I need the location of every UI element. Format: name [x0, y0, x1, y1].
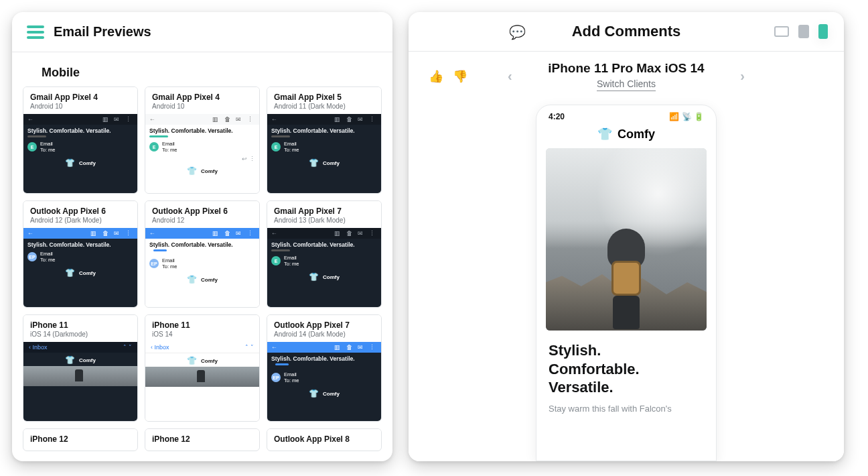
tablet-icon[interactable]	[798, 25, 809, 38]
tshirt-icon: 👕	[597, 127, 612, 141]
email-brand: 👕 Comfy	[536, 124, 716, 148]
preview-card[interactable]: Outlook App Pixel 6 Android 12 ←▥ 🗑 ✉ ⋮ …	[145, 200, 260, 308]
phone-icon[interactable]	[818, 24, 828, 39]
hero-image	[546, 148, 707, 331]
preview-card[interactable]: iPhone 12	[23, 428, 138, 451]
phone-preview: 4:20 📶 📡 🔋 👕 Comfy Stylish. Comfortable.…	[536, 105, 717, 461]
preview-grid: Gmail App Pixel 4 Android 10 ←▥ ✉ ⋮ Styl…	[23, 86, 382, 451]
thumbs-up-icon[interactable]: 👍	[429, 69, 443, 84]
preview-card[interactable]: iPhone 11 iOS 14 (Darkmode) ‹ Inbox˄ ˅ 👕…	[23, 314, 138, 422]
desktop-icon[interactable]	[774, 26, 789, 37]
previews-panel: Email Previews Mobile Gmail App Pixel 4 …	[12, 12, 392, 461]
preview-card[interactable]: Gmail App Pixel 7 Android 13 (Dark Mode)…	[267, 200, 382, 308]
detail-header: 💬 Add Comments	[409, 12, 844, 52]
switch-clients-link[interactable]: Switch Clients	[597, 78, 656, 91]
detail-body: 4:20 📶 📡 🔋 👕 Comfy Stylish. Comfortable.…	[409, 98, 844, 461]
comment-icon[interactable]: 💬	[509, 24, 526, 40]
preview-card[interactable]: iPhone 12	[145, 428, 260, 451]
status-icons: 📶 📡 🔋	[669, 112, 704, 121]
detail-title: Add Comments	[572, 23, 681, 40]
card-title: Gmail App Pixel 4	[30, 93, 131, 102]
prev-icon[interactable]: ‹	[508, 68, 512, 84]
status-bar: 4:20 📶 📡 🔋	[536, 105, 716, 124]
preview-card[interactable]: Outlook App Pixel 8	[267, 428, 382, 451]
previews-body: Mobile Gmail App Pixel 4 Android 10 ←▥ ✉…	[12, 52, 392, 461]
menu-icon[interactable]	[27, 25, 44, 39]
detail-panel: 💬 Add Comments 👍 👎 ‹ iPhone 11 Pro Max i…	[409, 12, 844, 461]
device-switcher	[774, 24, 828, 39]
preview-card[interactable]: Outlook App Pixel 6 Android 12 (Dark Mod…	[23, 200, 138, 308]
detail-subheader: 👍 👎 ‹ iPhone 11 Pro Max iOS 14 Switch Cl…	[409, 52, 844, 98]
thumbs-down-icon[interactable]: 👎	[453, 69, 467, 84]
preview-card[interactable]: Gmail App Pixel 4 Android 10 ←▥ ✉ ⋮ Styl…	[23, 86, 138, 194]
email-body-preview: Stay warm this fall with Falcon's	[549, 404, 704, 414]
preview-card[interactable]: Gmail App Pixel 4 Android 10 ←▥ 🗑 ✉ ⋮ St…	[145, 86, 260, 194]
email-text: Stylish. Comfortable. Versatile. Stay wa…	[536, 331, 716, 414]
status-time: 4:20	[549, 112, 565, 121]
card-subtitle: Android 10	[30, 103, 131, 110]
section-mobile: Mobile	[42, 66, 382, 80]
preview-card[interactable]: iPhone 11 iOS 14 ‹ Inbox˄ ˅ 👕Comfy	[145, 314, 260, 422]
previews-header: Email Previews	[12, 12, 392, 52]
preview-card[interactable]: Gmail App Pixel 5 Android 11 (Dark Mode)…	[267, 86, 382, 194]
previews-title: Email Previews	[54, 24, 151, 40]
next-icon[interactable]: ›	[740, 68, 745, 84]
preview-card[interactable]: Outlook App Pixel 7 Android 14 (Dark Mod…	[267, 314, 382, 422]
device-label: iPhone 11 Pro Max iOS 14	[548, 61, 704, 76]
